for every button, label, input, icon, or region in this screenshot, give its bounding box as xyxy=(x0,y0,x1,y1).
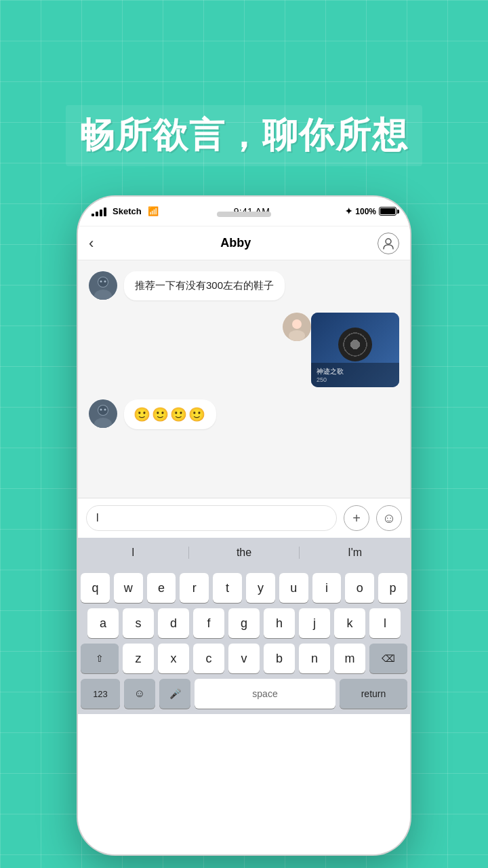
music-info: 神迹之歌 250 xyxy=(311,363,399,387)
key-c[interactable]: c xyxy=(193,644,224,673)
signal-bars xyxy=(92,207,106,216)
svg-point-5 xyxy=(100,281,102,283)
keyboard-row-1: q w e r t y u i o p xyxy=(81,573,407,603)
svg-point-8 xyxy=(292,319,302,329)
numbers-key[interactable]: 123 xyxy=(81,679,120,709)
key-n[interactable]: n xyxy=(299,644,330,673)
key-h[interactable]: h xyxy=(264,608,295,638)
battery-icon xyxy=(379,207,396,216)
return-key[interactable]: return xyxy=(340,679,407,709)
nav-bar: ‹ Abby xyxy=(78,226,410,260)
key-q[interactable]: q xyxy=(81,573,110,603)
key-b[interactable]: b xyxy=(264,644,295,673)
key-a[interactable]: a xyxy=(87,608,119,638)
tagline: 畅所欲言，聊你所想 xyxy=(66,105,422,166)
space-key[interactable]: space xyxy=(195,679,336,709)
plus-icon: + xyxy=(352,511,361,526)
music-title: 神迹之歌 xyxy=(317,367,394,376)
profile-button[interactable] xyxy=(378,233,399,254)
key-i[interactable]: i xyxy=(312,573,342,603)
key-p[interactable]: p xyxy=(378,573,407,603)
key-x[interactable]: x xyxy=(158,644,189,673)
key-s[interactable]: s xyxy=(123,608,154,638)
svg-point-0 xyxy=(386,239,391,244)
mic-icon: 🎤 xyxy=(169,688,181,699)
signal-bar-2 xyxy=(96,212,98,216)
svg-point-6 xyxy=(104,281,106,283)
emoji-keyboard-key[interactable]: ☺ xyxy=(124,679,155,709)
avatar-left-2 xyxy=(89,399,117,428)
emoji-keyboard-icon: ☺ xyxy=(134,688,145,700)
key-k[interactable]: k xyxy=(334,608,365,638)
battery-fill xyxy=(380,208,395,214)
avatar-right-1 xyxy=(283,313,311,341)
key-r[interactable]: r xyxy=(180,573,209,603)
message-row: 推荐一下有没有300左右的鞋子 xyxy=(89,271,399,300)
music-card[interactable]: 神迹之歌 250 xyxy=(311,313,399,387)
battery-percent: 100% xyxy=(355,207,376,216)
mic-key[interactable]: 🎤 xyxy=(159,679,190,709)
avatar-left-1 xyxy=(89,271,117,300)
delete-key[interactable]: ⌫ xyxy=(369,644,407,673)
signal-bar-3 xyxy=(100,210,102,216)
delete-icon: ⌫ xyxy=(382,653,395,664)
key-z[interactable]: z xyxy=(123,644,154,673)
autocomplete-item-2[interactable]: the xyxy=(189,547,300,559)
return-label: return xyxy=(361,688,386,699)
status-left: Sketch 📶 xyxy=(92,206,159,216)
emoji-button[interactable]: ☺ xyxy=(376,505,402,531)
chat-area: 推荐一下有没有300左右的鞋子 神迹之歌 250 xyxy=(78,260,410,498)
carrier-label: Sketch xyxy=(113,206,142,216)
svg-point-15 xyxy=(104,409,106,411)
phone-screen: Sketch 📶 9:41 AM ✦ 100% ‹ Abby xyxy=(78,197,410,854)
svg-point-13 xyxy=(98,406,108,415)
add-button[interactable]: + xyxy=(344,505,369,531)
key-m[interactable]: m xyxy=(334,644,365,673)
smiley-icon: ☺ xyxy=(382,511,396,526)
autocomplete-bar: l the I'm xyxy=(78,538,410,568)
key-j[interactable]: j xyxy=(299,608,330,638)
nav-title: Abby xyxy=(220,236,251,250)
svg-point-9 xyxy=(289,330,305,341)
back-button[interactable]: ‹ xyxy=(89,235,94,252)
keyboard-bottom-row: 123 ☺ 🎤 space return xyxy=(81,679,407,709)
keyboard-row-2: a s d f g h j k l xyxy=(81,608,407,638)
keyboard-row-3: ⇧ z x c v b n m ⌫ xyxy=(81,644,407,673)
emoji-bubble: 🙂🙂🙂🙂 xyxy=(124,399,216,429)
shift-icon: ⇧ xyxy=(96,653,104,664)
keyboard: q w e r t y u i o p a s d f g h j k xyxy=(78,568,410,714)
message-bubble-1: 推荐一下有没有300左右的鞋子 xyxy=(124,271,285,300)
autocomplete-item-3[interactable]: I'm xyxy=(300,547,410,559)
wifi-icon: 📶 xyxy=(148,206,159,216)
input-area: + ☺ xyxy=(78,498,410,538)
key-l[interactable]: l xyxy=(369,608,401,638)
message-row-emoji: 🙂🙂🙂🙂 xyxy=(89,399,399,429)
key-g[interactable]: g xyxy=(228,608,260,638)
signal-bar-4 xyxy=(104,208,106,216)
message-input[interactable] xyxy=(86,505,337,531)
signal-bar-1 xyxy=(92,214,94,216)
speaker xyxy=(217,212,271,217)
svg-point-14 xyxy=(100,409,102,411)
key-v[interactable]: v xyxy=(228,644,260,673)
key-t[interactable]: t xyxy=(213,573,242,603)
svg-point-4 xyxy=(98,277,108,287)
space-label: space xyxy=(252,688,277,699)
autocomplete-item-1[interactable]: l xyxy=(78,547,189,559)
key-w[interactable]: w xyxy=(114,573,143,603)
status-right: ✦ 100% xyxy=(345,206,396,216)
shift-key[interactable]: ⇧ xyxy=(81,644,119,673)
key-f[interactable]: f xyxy=(193,608,224,638)
numbers-label: 123 xyxy=(93,689,108,699)
key-y[interactable]: y xyxy=(246,573,275,603)
message-text-1: 推荐一下有没有300左右的鞋子 xyxy=(135,279,274,291)
key-e[interactable]: e xyxy=(147,573,176,603)
phone-shell: Sketch 📶 9:41 AM ✦ 100% ‹ Abby xyxy=(78,197,410,854)
message-row-music: 神迹之歌 250 xyxy=(89,313,399,387)
emoji-text: 🙂🙂🙂🙂 xyxy=(134,407,207,422)
key-d[interactable]: d xyxy=(158,608,189,638)
music-count: 250 xyxy=(317,376,394,383)
bluetooth-icon: ✦ xyxy=(345,206,352,216)
key-u[interactable]: u xyxy=(279,573,308,603)
key-o[interactable]: o xyxy=(345,573,374,603)
